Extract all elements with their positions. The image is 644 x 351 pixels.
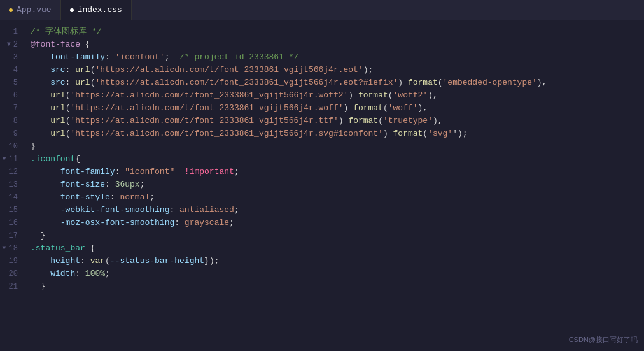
code-line-12: font-family: "iconfont" !important; bbox=[31, 166, 644, 178]
token: : bbox=[66, 76, 76, 89]
token bbox=[31, 102, 50, 115]
token: url bbox=[75, 64, 90, 76]
token: } bbox=[31, 229, 45, 242]
code-line-18: .status_bar { bbox=[31, 242, 644, 255]
line-num-label: 8 bbox=[13, 115, 18, 127]
code-line-20: width: 100%; bbox=[31, 268, 644, 280]
tab-label: index.css bbox=[78, 5, 122, 15]
token: 'truetype' bbox=[383, 115, 433, 127]
token: : bbox=[115, 166, 125, 178]
token: ; bbox=[150, 191, 155, 204]
code-line-1: /* 字体图标库 */ bbox=[31, 25, 644, 38]
line-num-label: 14 bbox=[9, 191, 18, 204]
tab-index-css[interactable]: index.css bbox=[61, 0, 132, 20]
token: } bbox=[31, 280, 45, 293]
token: : bbox=[105, 178, 115, 191]
token: ( bbox=[66, 102, 71, 115]
token: grayscale bbox=[185, 217, 229, 229]
token: url bbox=[50, 115, 65, 127]
token: ( bbox=[90, 64, 95, 76]
token: ) bbox=[398, 76, 408, 89]
line-number-14: 14 bbox=[0, 191, 22, 204]
token: -moz-osx-font-smoothing bbox=[31, 217, 174, 229]
token: }); bbox=[204, 255, 219, 268]
code-line-16: -moz-osx-font-smoothing: grayscale; bbox=[31, 217, 644, 229]
token: format bbox=[358, 89, 388, 102]
token: 'woff2' bbox=[393, 89, 428, 102]
collapse-icon[interactable]: ▼ bbox=[1, 242, 8, 255]
token: src bbox=[31, 76, 66, 89]
line-num-label: 13 bbox=[9, 178, 18, 191]
token: url bbox=[50, 89, 65, 102]
code-line-10: } bbox=[31, 140, 644, 153]
line-numbers: 1▼2 3 4 5 6 7 8 9 10▼11 12 13 14 15 16 1… bbox=[0, 20, 25, 351]
token: ), bbox=[418, 102, 428, 115]
token: '); bbox=[452, 127, 467, 140]
line-number-21: 21 bbox=[0, 280, 22, 293]
token: !important bbox=[185, 166, 234, 178]
token: .iconfont bbox=[31, 153, 75, 166]
line-number-10: 10 bbox=[0, 140, 22, 153]
token: 36upx bbox=[115, 178, 140, 191]
code-line-4: src: url('https://at.alicdn.com/t/font_2… bbox=[31, 64, 644, 76]
token: format bbox=[348, 115, 378, 127]
line-number-13: 13 bbox=[0, 178, 22, 191]
tab-label: App.vue bbox=[17, 5, 52, 15]
token: : bbox=[169, 204, 179, 217]
token: ; bbox=[140, 178, 145, 191]
code-line-15: -webkit-font-smoothing: antialiased; bbox=[31, 204, 644, 217]
code-line-13: font-size: 36upx; bbox=[31, 178, 644, 191]
line-num-label: 17 bbox=[9, 229, 18, 242]
code-content[interactable]: /* 字体图标库 */@font-face { font-family: 'ic… bbox=[25, 20, 644, 351]
code-line-2: @font-face { bbox=[31, 38, 644, 51]
token: : bbox=[105, 51, 115, 64]
token: ); bbox=[363, 64, 374, 76]
token: ) bbox=[383, 127, 393, 140]
line-number-1: 1 bbox=[0, 25, 22, 38]
token: format bbox=[393, 127, 423, 140]
token: : bbox=[75, 268, 85, 280]
token: url bbox=[50, 102, 65, 115]
token: /* 字体图标库 */ bbox=[31, 25, 102, 38]
line-number-9: 9 bbox=[0, 127, 22, 140]
token: 100% bbox=[85, 268, 105, 280]
line-number-19: 19 bbox=[0, 255, 22, 268]
token: .status_bar bbox=[31, 242, 85, 255]
token: 'woff' bbox=[388, 102, 418, 115]
token: ( bbox=[438, 76, 443, 89]
token: ; bbox=[229, 217, 234, 229]
token: { bbox=[85, 242, 95, 255]
line-num-label: 15 bbox=[9, 204, 18, 217]
line-num-label: 9 bbox=[13, 127, 18, 140]
code-line-17: } bbox=[31, 229, 644, 242]
line-num-label: 1 bbox=[13, 25, 18, 38]
token: 'https://at.alicdn.com/t/font_2333861_vg… bbox=[95, 76, 398, 89]
token: height bbox=[31, 255, 80, 268]
token: ; bbox=[105, 268, 110, 280]
token: ) bbox=[339, 115, 349, 127]
collapse-icon[interactable]: ▼ bbox=[1, 153, 8, 166]
token: ; bbox=[165, 51, 179, 64]
token: : bbox=[66, 64, 76, 76]
token: normal bbox=[120, 191, 150, 204]
token: @font-face bbox=[31, 38, 80, 51]
collapse-icon[interactable]: ▼ bbox=[6, 38, 12, 51]
token: : bbox=[174, 217, 185, 229]
token: format bbox=[408, 76, 438, 89]
token: -webkit-font-smoothing bbox=[31, 204, 169, 217]
token: ) bbox=[348, 89, 358, 102]
tab-app-vue[interactable]: App.vue bbox=[0, 0, 61, 20]
token: font-size bbox=[31, 178, 105, 191]
code-line-7: url('https://at.alicdn.com/t/font_233386… bbox=[31, 102, 644, 115]
token: ( bbox=[378, 115, 383, 127]
code-line-8: url('https://at.alicdn.com/t/font_233386… bbox=[31, 115, 644, 127]
line-number-16: 16 bbox=[0, 217, 22, 229]
token: ), bbox=[428, 89, 438, 102]
token: /* project id 2333861 */ bbox=[179, 51, 298, 64]
token: 'embedded-opentype' bbox=[443, 76, 537, 89]
token: width bbox=[31, 268, 75, 280]
code-line-5: src: url('https://at.alicdn.com/t/font_2… bbox=[31, 76, 644, 89]
code-line-3: font-family: 'iconfont'; /* project id 2… bbox=[31, 51, 644, 64]
token: 'https://at.alicdn.com/t/font_2333861_vg… bbox=[70, 127, 382, 140]
token: { bbox=[80, 38, 90, 51]
